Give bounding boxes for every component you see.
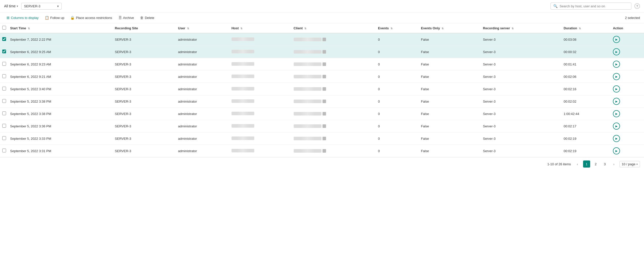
col-header-client[interactable]: Client ⇅ — [292, 23, 376, 33]
row-action[interactable]: ▶ — [611, 58, 644, 71]
table-row: September 6, 2022 9:25 AM SERVER-3 admin… — [0, 46, 644, 58]
pagination-next-button[interactable]: › — [610, 160, 617, 168]
row-action[interactable]: ▶ — [611, 71, 644, 83]
row-events-only: False — [419, 33, 481, 46]
play-button[interactable]: ▶ — [613, 73, 620, 80]
per-page-dropdown[interactable]: 10 / page ▾ — [619, 161, 640, 167]
client-blurred-icon — [323, 149, 326, 153]
follow-up-label: Follow up — [50, 16, 64, 20]
client-blurred-main — [294, 149, 321, 153]
row-recording-site: SERVER-3 — [113, 83, 176, 95]
pagination-page-2[interactable]: 2 — [592, 160, 599, 168]
play-button[interactable]: ▶ — [613, 135, 620, 142]
row-user: administrator — [176, 71, 229, 83]
row-client — [292, 58, 376, 71]
row-checkbox[interactable] — [2, 50, 6, 53]
row-action[interactable]: ▶ — [611, 83, 644, 95]
play-button[interactable]: ▶ — [613, 85, 620, 92]
play-button[interactable]: ▶ — [613, 110, 620, 117]
col-header-recording-site[interactable]: Recording Site — [113, 23, 176, 33]
row-checkbox[interactable] — [2, 149, 6, 152]
table-row: September 5, 2022 3:33 PM SERVER-3 admin… — [0, 132, 644, 145]
follow-up-button[interactable]: 📋 Follow up — [42, 14, 67, 21]
row-checkbox-cell[interactable] — [0, 46, 8, 58]
row-start-time: September 5, 2022 3:38 PM — [8, 108, 113, 120]
select-all-header[interactable] — [0, 23, 8, 33]
col-header-recording-server[interactable]: Recording server ⇅ — [481, 23, 562, 33]
client-blurred-icon — [323, 38, 326, 41]
pagination-page-3[interactable]: 3 — [601, 160, 608, 168]
row-events: 0 — [376, 83, 419, 95]
time-filter-dropdown[interactable]: All time ▾ — [4, 4, 18, 8]
col-header-events[interactable]: Events ⇅ — [376, 23, 419, 33]
row-checkbox-cell[interactable] — [0, 83, 8, 95]
place-access-restrictions-button[interactable]: 🔒 Place access restrictions — [68, 14, 114, 21]
row-host — [229, 120, 292, 132]
row-checkbox-cell[interactable] — [0, 132, 8, 145]
play-button[interactable]: ▶ — [613, 48, 620, 55]
row-action[interactable]: ▶ — [611, 145, 644, 157]
columns-to-display-button[interactable]: ⊞ Columns to display — [4, 14, 41, 21]
play-button[interactable]: ▶ — [613, 147, 620, 154]
client-blurred-container — [294, 137, 374, 140]
row-recording-server: Server-3 — [481, 120, 562, 132]
row-checkbox-cell[interactable] — [0, 108, 8, 120]
row-checkbox[interactable] — [2, 136, 6, 140]
row-action[interactable]: ▶ — [611, 95, 644, 108]
pagination-info: 1-10 of 26 items — [547, 162, 571, 166]
pagination-prev-button[interactable]: ‹ — [574, 160, 581, 168]
play-button[interactable]: ▶ — [613, 98, 620, 105]
help-icon[interactable]: ? — [634, 3, 640, 9]
row-events-only: False — [419, 132, 481, 145]
play-button[interactable]: ▶ — [613, 61, 620, 68]
row-checkbox[interactable] — [2, 111, 6, 115]
client-blurred-container — [294, 38, 374, 41]
row-events: 0 — [376, 71, 419, 83]
row-action[interactable]: ▶ — [611, 120, 644, 132]
col-header-events-only[interactable]: Events Only ⇅ — [419, 23, 481, 33]
row-checkbox[interactable] — [2, 99, 6, 103]
row-user: administrator — [176, 132, 229, 145]
row-action[interactable]: ▶ — [611, 108, 644, 120]
client-blurred-container — [294, 124, 374, 128]
col-header-user[interactable]: User ⇅ — [176, 23, 229, 33]
play-button[interactable]: ▶ — [613, 36, 620, 43]
row-checkbox-cell[interactable] — [0, 145, 8, 157]
table-row: September 5, 2022 3:38 PM SERVER-3 admin… — [0, 95, 644, 108]
row-action[interactable]: ▶ — [611, 33, 644, 46]
row-recording-server: Server-3 — [481, 108, 562, 120]
row-checkbox-cell[interactable] — [0, 95, 8, 108]
server-dropdown-chevron-icon: ▾ — [57, 4, 59, 8]
row-checkbox[interactable] — [2, 74, 6, 78]
client-blurred-icon — [323, 62, 326, 66]
search-box[interactable]: 🔍 — [550, 3, 631, 10]
row-checkbox[interactable] — [2, 87, 6, 90]
row-client — [292, 145, 376, 157]
row-checkbox-cell[interactable] — [0, 58, 8, 71]
row-checkbox-cell[interactable] — [0, 33, 8, 46]
row-checkbox[interactable] — [2, 37, 6, 41]
row-checkbox[interactable] — [2, 62, 6, 66]
server-dropdown[interactable]: SERVER-3 ▾ — [21, 3, 62, 10]
row-action[interactable]: ▶ — [611, 132, 644, 145]
col-header-start-time[interactable]: Start Time ⇅ — [8, 23, 113, 33]
row-host — [229, 83, 292, 95]
table-row: September 5, 2022 3:36 PM SERVER-3 admin… — [0, 120, 644, 132]
delete-button[interactable]: 🗑 Delete — [137, 14, 157, 21]
select-all-checkbox[interactable] — [2, 26, 6, 30]
row-events: 0 — [376, 95, 419, 108]
row-checkbox-cell[interactable] — [0, 120, 8, 132]
pagination-page-1[interactable]: 1 — [583, 160, 590, 168]
col-header-host[interactable]: Host ⇅ — [229, 23, 292, 33]
search-input[interactable] — [560, 4, 629, 8]
row-checkbox-cell[interactable] — [0, 71, 8, 83]
col-header-duration[interactable]: Duration ⇅ — [562, 23, 611, 33]
client-blurred-main — [294, 50, 321, 54]
row-host — [229, 58, 292, 71]
row-duration: 00:02:16 — [562, 83, 611, 95]
recordings-table-container: Start Time ⇅ Recording Site User ⇅ Host … — [0, 23, 644, 157]
archive-button[interactable]: 🗄 Archive — [116, 14, 136, 21]
row-action[interactable]: ▶ — [611, 46, 644, 58]
row-checkbox[interactable] — [2, 124, 6, 128]
play-button[interactable]: ▶ — [613, 123, 620, 130]
